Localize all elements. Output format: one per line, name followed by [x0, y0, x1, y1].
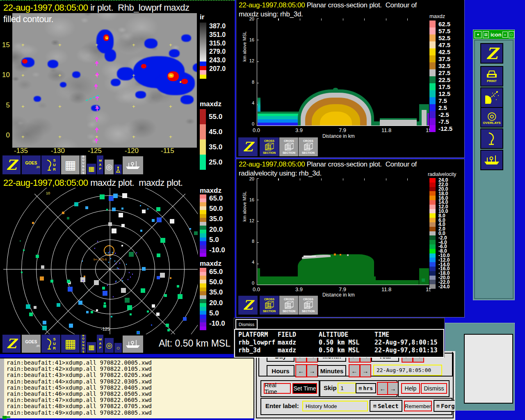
overlay-rings-icon[interactable]: ◎	[104, 338, 114, 353]
radar-speckle	[117, 267, 118, 269]
dismiss-button[interactable]: Dismiss	[421, 383, 447, 394]
buoy-icon[interactable]	[114, 164, 122, 175]
radar-echo	[122, 193, 127, 198]
zebra-icon[interactable]: Z	[480, 43, 503, 64]
sur-radar-icon[interactable]: SUR	[41, 155, 61, 175]
radar-grid-icon[interactable]: ▦	[61, 334, 80, 353]
skip-units-menu[interactable]: ▤hrs	[356, 383, 376, 393]
map-icon[interactable]: MAP	[96, 155, 104, 175]
ppi-display[interactable]: 10 -125 b<-125-6	[0, 188, 198, 334]
radar-speckle	[109, 251, 110, 253]
icon-toolbox-window: ● ▤ icon o ◻ Z PRINT ◎OVERLAYS	[473, 30, 515, 300]
cross-section-button-active[interactable]: CROSSSECTION	[259, 137, 279, 157]
overlay-rings-icon[interactable]: ◎	[104, 159, 114, 175]
y-axis-label: km above MSL	[242, 192, 247, 221]
satellite-dish-icon[interactable]	[480, 87, 503, 108]
grid-small-icon[interactable]: ▦	[87, 163, 96, 175]
colorbar-segment	[200, 268, 206, 272]
cross-section-button[interactable]: CROSSSECTION	[279, 295, 299, 315]
goes-ir-icon[interactable]: GOES.IR	[21, 155, 41, 175]
ir-plot-title: 22-aug-1997,08:05:00 ir plot. Rhb_lowprf…	[3, 2, 189, 13]
titlebar-maximize-button[interactable]: ◻	[509, 31, 514, 38]
hours-button[interactable]: Hours	[267, 365, 294, 377]
minutes-button[interactable]: Minutes	[317, 365, 346, 377]
terminal-window[interactable]: rain:beaufait:41>xdump.all 970822.0005.x…	[0, 358, 254, 418]
cross-maxdz-title: 22-aug-1997,08:05:00 Planar cross-sectio…	[239, 1, 417, 9]
bounds-icon[interactable]: BOUNDS	[80, 334, 87, 353]
ship-icon[interactable]	[122, 156, 144, 175]
titlebar-doc-button[interactable]: ▤	[483, 31, 489, 38]
titlebar-menu-button[interactable]: ●	[475, 31, 482, 38]
sur-radar-icon[interactable]: SUR	[41, 334, 61, 353]
zebra-icon[interactable]: Z	[2, 334, 21, 353]
colorbar-segment	[200, 311, 206, 315]
circle-icon[interactable]: ○	[114, 342, 122, 353]
minutes-back-button[interactable]: ←	[349, 364, 360, 377]
radar-echo	[40, 276, 44, 281]
cross-section-button[interactable]: CROSSSECTION	[298, 295, 318, 315]
icon-window-titlebar[interactable]: ● ▤ icon o ◻	[473, 30, 514, 39]
skip-value-field[interactable]: 1	[338, 383, 356, 393]
hours-back-button[interactable]: ←	[295, 364, 307, 377]
colorbar-segment	[200, 288, 206, 292]
overlays-button[interactable]: ◎OVERLAYS	[480, 107, 503, 128]
map-icon[interactable]: MAP	[96, 334, 104, 353]
cross-section-button[interactable]: CROSSSECTION	[279, 137, 299, 157]
cross-maxdz-plot[interactable]	[257, 18, 429, 126]
cloud-blob	[105, 49, 116, 62]
colorbar-segment	[429, 111, 436, 118]
cross-radial-plot[interactable]	[257, 178, 429, 285]
skip-back-button[interactable]: ←	[377, 382, 388, 395]
zebra-icon[interactable]: Z	[238, 137, 258, 157]
colorbar-segment	[200, 202, 206, 206]
radar-antenna-icon[interactable]	[480, 128, 503, 149]
real-time-button[interactable]: Real Time	[264, 383, 291, 394]
zebra-icon[interactable]: Z	[238, 295, 258, 315]
colorbar-segment	[429, 104, 436, 111]
minutes-forward-button[interactable]: →	[360, 364, 371, 377]
cross-section-button[interactable]: CROSSSECTION	[298, 137, 318, 157]
hours-forward-button[interactable]: →	[306, 364, 318, 377]
altitude-label: Alt: 0.50 km MSL	[159, 338, 231, 349]
radar-speckle	[130, 276, 131, 278]
radar-echo	[157, 253, 160, 257]
cross-section-button-active[interactable]: CROSSSECTION	[259, 295, 279, 315]
radar-speckle	[128, 279, 128, 280]
label-input-field[interactable]: History Mode	[302, 401, 368, 411]
select-menu-button[interactable]: ▤Select	[370, 400, 402, 412]
zebra-icon[interactable]: Z	[2, 155, 21, 175]
forget-menu-button[interactable]: ▤Forget	[434, 400, 455, 412]
table-row[interactable]: rhb_lowprf maxdz 0.50 km MSL 22-Aug-97,8…	[235, 339, 443, 347]
radar-speckle	[119, 262, 120, 264]
print-button[interactable]: PRINT	[480, 66, 503, 87]
x-tick: -120	[125, 147, 139, 155]
goes-ir-icon[interactable]: GOES.IR	[21, 334, 41, 353]
titlebar-iconify-button[interactable]: o	[502, 32, 508, 38]
terminal-cursor	[7, 416, 10, 418]
ship-icon[interactable]	[122, 335, 144, 353]
popup-dismiss-button[interactable]: Dismiss	[235, 319, 258, 329]
sounding-track-marker	[96, 62, 97, 66]
remember-button[interactable]: Remember	[404, 401, 432, 411]
radar-echo	[170, 219, 174, 224]
ppi-colorbar1-ticks: 65.050.035.020.05.0-10.0	[209, 194, 225, 254]
time-value-field[interactable]: 22-Aug-97,8:05:00	[373, 365, 442, 376]
cell-field: maxdz	[278, 347, 296, 354]
ir-satellite-image[interactable]: ++++++++++++++++++++	[12, 13, 197, 148]
colorbar-segment	[200, 319, 206, 323]
radar-echo	[137, 331, 139, 334]
ship-icon[interactable]	[480, 150, 503, 170]
colorbar-segment	[200, 291, 206, 295]
radar-echo	[112, 208, 116, 211]
table-row[interactable]: rhb_3d maxdz 0.50 km MSL 22-Aug-97,8:01:…	[235, 347, 443, 354]
bounds-icon[interactable]: BOUNDS	[80, 155, 87, 175]
terminal-scrollbar[interactable]	[0, 358, 4, 418]
skip-forward-button[interactable]: →	[387, 382, 399, 395]
radar-grid-icon[interactable]: ▦	[61, 155, 80, 175]
radar-echo	[119, 213, 123, 217]
radar-echo	[125, 298, 130, 303]
ppi-plot-window: 22-aug-1997,08:05:00 maxdz plot. maxdz p…	[0, 176, 235, 354]
help-button[interactable]: Help	[401, 383, 420, 394]
grid-small-icon[interactable]: ▦	[87, 342, 96, 353]
set-time-button[interactable]: Set Time	[292, 383, 317, 394]
